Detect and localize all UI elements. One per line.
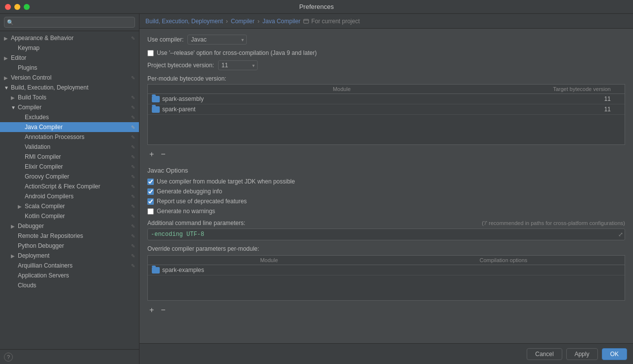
edit-icon: ✎ (131, 36, 135, 41)
breadcrumb-part3[interactable]: Java Compiler (263, 18, 301, 25)
main-content: 🔍 ▶ Appearance & Behavior ✎ Keymap ▶ Ed (0, 14, 633, 364)
expand-arrow: ▶ (4, 75, 11, 81)
javac-option1-checkbox[interactable] (147, 179, 154, 185)
sidebar-item-build-exec[interactable]: ▼ Build, Execution, Deployment (0, 83, 139, 92)
sidebar-item-scala-compiler[interactable]: ▶ Scala Compiler ✎ (0, 201, 139, 211)
override-table-row[interactable]: spark-examples (148, 265, 625, 275)
search-wrapper: 🔍 (4, 17, 135, 28)
edit-icon: ✎ (131, 115, 135, 120)
sidebar-item-validation[interactable]: Validation ✎ (0, 142, 139, 152)
table-row[interactable]: spark-parent 11 (148, 104, 625, 115)
override-table-actions: + − (147, 304, 625, 315)
edit-icon: ✎ (131, 243, 135, 249)
sidebar-label: Remote Jar Repositories (18, 232, 83, 239)
override-label: Override compiler parameters per-module: (147, 245, 625, 252)
per-module-label: Per-module bytecode version: (147, 75, 625, 82)
apply-button[interactable]: Apply (566, 348, 598, 360)
javac-option3-row: Report use of deprecated features (147, 198, 625, 205)
minimize-button[interactable] (14, 4, 20, 10)
module-name: spark-assembly (162, 95, 532, 102)
window-controls (5, 4, 30, 10)
table-row[interactable]: spark-assembly 11 (148, 94, 625, 104)
javac-option1-row: Use compiler from module target JDK when… (147, 178, 625, 185)
breadcrumb-part2[interactable]: Compiler (231, 18, 255, 25)
main-panel: Build, Execution, Deployment › Compiler … (139, 14, 633, 364)
sidebar-item-plugins[interactable]: Plugins (0, 63, 139, 73)
project-tag-label: For current project (311, 18, 360, 25)
svg-rect-0 (304, 19, 309, 23)
edit-icon: ✎ (131, 164, 135, 170)
sidebar-item-groovy-compiler[interactable]: Groovy Compiler ✎ (0, 172, 139, 182)
ok-button[interactable]: OK (602, 348, 627, 360)
cancel-button[interactable]: Cancel (527, 348, 562, 360)
sidebar: 🔍 ▶ Appearance & Behavior ✎ Keymap ▶ Ed (0, 14, 139, 364)
remove-override-button[interactable]: − (159, 306, 167, 315)
bytecode-version-select[interactable]: 11 (218, 60, 258, 70)
add-override-button[interactable]: + (147, 306, 156, 315)
sidebar-label: Scala Compiler (25, 203, 65, 210)
add-module-button[interactable]: + (147, 150, 156, 159)
sidebar-item-build-tools[interactable]: ▶ Build Tools ✎ (0, 92, 139, 102)
sidebar-list: ▶ Appearance & Behavior ✎ Keymap ▶ Edito… (0, 31, 139, 349)
sidebar-item-android-compilers[interactable]: Android Compilers ✎ (0, 191, 139, 201)
sidebar-item-elixir-compiler[interactable]: Elixir Compiler ✎ (0, 162, 139, 172)
sidebar-item-arquillian[interactable]: Arquillian Containers ✎ (0, 261, 139, 271)
sidebar-item-kotlin-compiler[interactable]: Kotlin Compiler ✎ (0, 211, 139, 221)
edit-icon: ✎ (131, 174, 135, 180)
help-button[interactable]: ? (4, 353, 13, 362)
bytecode-version-label: Project bytecode version: (147, 62, 214, 69)
sidebar-item-debugger[interactable]: ▶ Debugger ✎ (0, 221, 139, 231)
edit-icon: ✎ (131, 105, 135, 110)
sidebar-label: Excludes (25, 114, 49, 121)
search-input[interactable] (4, 17, 135, 28)
edit-icon: ✎ (131, 263, 135, 269)
sidebar-item-actionscript-compiler[interactable]: ActionScript & Flex Compiler ✎ (0, 182, 139, 191)
sidebar-item-application-servers[interactable]: Application Servers (0, 271, 139, 280)
breadcrumb-part1[interactable]: Build, Execution, Deployment (145, 18, 223, 25)
javac-option2-checkbox[interactable] (147, 188, 154, 195)
maximize-button[interactable] (24, 4, 30, 10)
javac-section-title: Javac Options (147, 167, 625, 174)
sidebar-label: Version Control (11, 74, 51, 81)
sidebar-item-keymap[interactable]: Keymap (0, 43, 139, 53)
sidebar-item-rmi-compiler[interactable]: RMI Compiler ✎ (0, 152, 139, 162)
sidebar-item-appearance[interactable]: ▶ Appearance & Behavior ✎ (0, 33, 139, 43)
sidebar-item-excludes[interactable]: Excludes ✎ (0, 112, 139, 122)
sidebar-item-compiler[interactable]: ▼ Compiler ✎ (0, 102, 139, 112)
cmd-label-row: Additional command line parameters: ('/'… (147, 220, 625, 227)
sidebar-item-python-debugger[interactable]: Python Debugger ✎ (0, 241, 139, 251)
breadcrumb-sep1: › (226, 18, 228, 25)
search-box: 🔍 (0, 14, 139, 31)
expand-arrow: ▶ (11, 224, 18, 229)
release-option-checkbox[interactable] (147, 50, 154, 56)
sidebar-item-java-compiler[interactable]: Java Compiler ✎ (0, 122, 139, 132)
bytecode-version-select-wrapper: 11 ▾ (218, 60, 258, 70)
sidebar-item-deployment[interactable]: ▶ Deployment ✎ (0, 251, 139, 261)
bytecode-version-row: Project bytecode version: 11 ▾ (147, 60, 625, 70)
folder-icon (152, 96, 160, 102)
cmd-input[interactable] (147, 228, 625, 240)
sidebar-label: Java Compiler (25, 124, 63, 131)
sidebar-label: Python Debugger (18, 242, 64, 249)
expand-arrow: ▶ (11, 253, 18, 259)
sidebar-item-editor[interactable]: ▶ Editor (0, 53, 139, 63)
sidebar-item-clouds[interactable]: Clouds (0, 280, 139, 290)
override-table: Module Compilation options spark-example… (147, 255, 625, 301)
expand-button[interactable]: ⤢ (618, 231, 623, 238)
compiler-select[interactable]: Javac (187, 35, 247, 45)
expand-arrow: ▼ (11, 105, 18, 110)
close-button[interactable] (5, 4, 11, 10)
sidebar-item-remote-jar[interactable]: Remote Jar Repositories ✎ (0, 231, 139, 241)
sidebar-label: Android Compilers (25, 193, 74, 200)
edit-icon: ✎ (131, 125, 135, 130)
javac-option3-checkbox[interactable] (147, 198, 154, 205)
sidebar-item-annotation-processors[interactable]: Annotation Processors ✎ (0, 132, 139, 142)
module-col-header: Module (152, 86, 532, 92)
sidebar-item-version-control[interactable]: ▶ Version Control ✎ (0, 73, 139, 83)
javac-option4-checkbox[interactable] (147, 208, 154, 215)
expand-arrow: ▶ (4, 36, 11, 41)
expand-arrow: ▶ (11, 95, 18, 100)
javac-option4-row: Generate no warnings (147, 208, 625, 215)
sidebar-label: Groovy Compiler (25, 173, 69, 180)
remove-module-button[interactable]: − (159, 150, 167, 159)
